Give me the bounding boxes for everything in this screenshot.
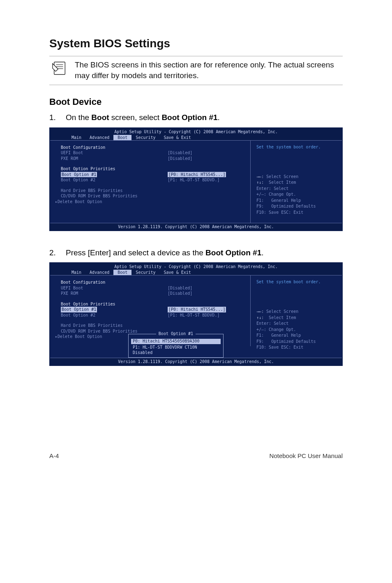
hdd-bbs-priorities[interactable]: Hard Drive BBS Priorities [61,188,168,194]
boot-option-2-label[interactable]: Boot Option #2 [61,312,168,318]
key-help-line: F9: Optimized Defaults [256,339,337,345]
note-callout: The BIOS screens in this section are for… [49,56,343,85]
bios-header: Aptio Setup Utility - Copyright (C) 2008… [50,263,342,270]
page-title: System BIOS Settings [49,37,343,50]
text: screen, select [109,113,162,122]
tab-advanced[interactable]: Advanced [85,270,113,275]
bios-footer: Version 1.28.1119. Copyright (C) 2008 Am… [50,223,342,230]
step-1: 1. On the Boot screen, select Boot Optio… [49,112,343,123]
popup-option-hitachi[interactable]: P0: Hitachi HTS545050B9A300 [131,339,221,344]
tab-main[interactable]: Main [67,135,85,140]
key-help-line: Enter: Select [256,321,337,327]
bios-screenshot-2: Aptio Setup Utility - Copyright (C) 2008… [49,262,343,366]
popup-option-disabled[interactable]: Disabled [129,350,223,356]
uefi-boot-value: [Disabled] [168,285,192,291]
boot-option-popup: Boot Option #1 P0: Hitachi HTS545050B9A3… [128,334,224,358]
step-text: Press [Enter] and select a device as the… [66,248,264,259]
key-help-line: ↑↓: Select Item [256,180,337,186]
bios-tab-row: Main Advanced Boot Security Save & Exit [50,270,342,275]
delete-boot-option[interactable]: Delete Boot Option [58,334,102,340]
pxe-rom-label[interactable]: PXE ROM [61,291,168,296]
manual-title: Notebook PC User Manual [270,452,343,459]
step-2: 2. Press [Enter] and select a device as … [49,248,343,259]
boot-option-2-value: [P1: HL-DT-ST BDDVD.] [168,312,219,318]
key-help-line: +/—: Change Opt. [256,192,337,198]
key-help-line: F1: General Help [256,198,337,204]
step-number: 2. [49,248,66,259]
uefi-boot-value: [Disabled] [168,150,192,156]
page-footer: A-4 Notebook PC User Manual [49,382,343,459]
pxe-rom-value: [Disabled] [168,291,192,296]
tab-main[interactable]: Main [67,270,85,275]
popup-title: Boot Option #1 [156,331,196,336]
key-help-line: F10: Save ESC: Exit [256,345,337,351]
uefi-boot-label[interactable]: UEFI Boot [61,150,168,156]
tab-security[interactable]: Security [131,270,159,275]
text-bold: Boot [91,113,109,122]
section-heading: Boot Device [49,97,343,107]
text: . [218,113,220,122]
note-icon [52,60,67,76]
text-bold: Boot Option #1 [161,113,217,122]
text: . [261,248,263,257]
tab-boot[interactable]: Boot [113,135,131,140]
key-help-line: Enter: Select [256,186,337,192]
bios-tab-row: Main Advanced Boot Security Save & Exit [50,135,342,140]
hdd-bbs-priorities[interactable]: Hard Drive BBS Priorities [61,323,168,329]
tab-security[interactable]: Security [131,135,159,140]
popup-option-hldtst[interactable]: P1: HL-DT-ST BDDVDRW CT10N [129,345,223,350]
boot-priorities-heading: Boot Option Priorities [61,166,168,172]
boot-option-2-value: [P1: HL-DT-ST BDDVD.] [168,177,219,183]
boot-option-2-label[interactable]: Boot Option #2 [61,177,168,183]
cd-dvd-bbs-priorities[interactable]: CD/DVD ROM Drive BBS Priorities [61,193,168,199]
key-help-line: F1: General Help [256,333,337,339]
boot-config-heading: Boot Configuration [61,145,168,150]
key-help-line: →←: Select Screen [256,309,337,315]
note-text: The BIOS screens in this section are for… [75,60,343,81]
cd-dvd-bbs-priorities[interactable]: CD/DVD ROM Drive BBS Priorities [61,329,168,334]
key-help-line: F10: Save ESC: Exit [256,210,337,216]
boot-option-1-value: [P0: Hitachi HTS545...] [168,172,226,178]
key-help-line: →←: Select Screen [256,174,337,180]
bios-header: Aptio Setup Utility - Copyright (C) 2008… [50,128,342,135]
text: On the [66,113,91,122]
text-bold: Boot Option #1 [205,248,261,257]
boot-option-1-label[interactable]: Boot Option #1 [61,307,97,312]
pxe-rom-label[interactable]: PXE ROM [61,156,168,162]
boot-option-1-value: [P0: Hitachi HTS545...] [168,307,226,312]
uefi-boot-label[interactable]: UEFI Boot [61,285,168,291]
tab-advanced[interactable]: Advanced [85,135,113,140]
tab-boot[interactable]: Boot [113,270,131,275]
key-help-line: +/—: Change Opt. [256,327,337,333]
boot-config-heading: Boot Configuration [61,280,168,285]
tab-save-exit[interactable]: Save & Exit [160,135,195,140]
key-help-line: F9: Optimized Defaults [256,204,337,210]
boot-priorities-heading: Boot Option Priorities [61,301,168,307]
step-text: On the Boot screen, select Boot Option #… [66,112,220,123]
help-description: Set the system boot order. [256,145,337,149]
text: Press [Enter] and select a device as the [66,248,205,257]
pxe-rom-value: [Disabled] [168,156,192,162]
page-number: A-4 [49,452,59,459]
help-description: Set the system boot order. [256,280,337,284]
bios-footer: Version 1.28.1119. Copyright (C) 2008 Am… [50,358,342,365]
boot-option-1-label[interactable]: Boot Option #1 [61,172,97,178]
bios-help-panel: Set the system boot order. →←: Select Sc… [251,275,342,358]
bios-main-panel: Boot Configuration UEFI Boot[Disabled] P… [50,141,251,223]
key-help-line: ↑↓: Select Item [256,315,337,321]
tab-save-exit[interactable]: Save & Exit [160,270,195,275]
bios-help-panel: Set the system boot order. →←: Select Sc… [251,141,342,223]
bios-screenshot-1: Aptio Setup Utility - Copyright (C) 2008… [49,127,343,231]
step-number: 1. [49,112,66,123]
delete-boot-option[interactable]: Delete Boot Option [58,199,102,205]
